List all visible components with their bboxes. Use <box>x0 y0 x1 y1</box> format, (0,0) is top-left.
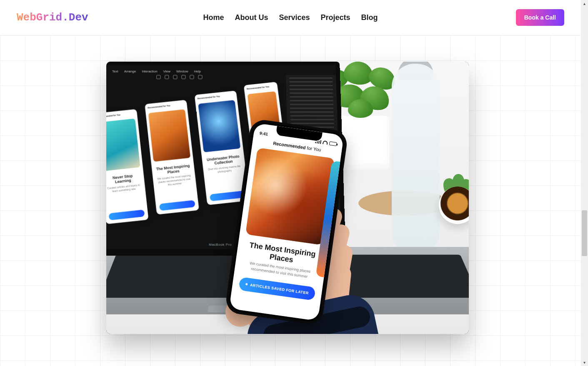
tool-icon <box>156 75 160 79</box>
artboard-subtitle: We curated the most inspiring places rec… <box>156 174 193 188</box>
primary-nav: Home About Us Services Projects Blog <box>203 13 378 22</box>
book-call-button[interactable]: Book a Call <box>516 9 564 26</box>
nav-blog[interactable]: Blog <box>361 13 378 22</box>
menu-interaction: Interaction <box>142 69 157 73</box>
menu-window: Window <box>176 69 188 73</box>
menu-text: Text <box>112 69 118 73</box>
phone-hero-photo <box>245 148 335 245</box>
artboard-title: The Most Inspiring Places <box>154 163 192 176</box>
menu-help: Help <box>194 69 201 73</box>
tool-icon <box>165 75 169 79</box>
artboard-title: Underwater Photo Collection <box>204 154 242 167</box>
nav-about[interactable]: About Us <box>235 13 268 22</box>
scroll-up-icon[interactable]: ▴ <box>581 0 588 7</box>
menu-arrange: Arrange <box>124 69 136 73</box>
tool-icon <box>198 75 202 79</box>
site-header: WebGrid.Dev Home About Us Services Proje… <box>0 0 581 35</box>
nav-services[interactable]: Services <box>279 13 310 22</box>
artboard-rec-label: Recommended for You <box>197 95 220 100</box>
artboard-rec-label: Recommended for You <box>246 85 269 90</box>
phone-card-button: articles saved for later <box>238 276 316 300</box>
nav-home[interactable]: Home <box>203 13 224 22</box>
brand-logo[interactable]: WebGrid.Dev <box>17 11 88 24</box>
artboard-subtitle: Dive into stunning marine life photograp… <box>206 164 243 175</box>
battery-icon <box>329 142 337 146</box>
artboard-rec-label: Recommended for You <box>148 104 170 109</box>
artboard-title: Never Stop Learning <box>106 173 142 185</box>
tool-icon <box>173 75 177 79</box>
scrollbar-thumb[interactable] <box>582 210 587 256</box>
menu-view: View <box>163 69 170 73</box>
wifi-icon <box>323 140 328 145</box>
design-app-menubar: Layer Text Arrange Interaction View Wind… <box>106 67 336 75</box>
scroll-down-icon[interactable]: ▾ <box>581 359 588 366</box>
artboard-subtitle: Curated articles and topics to learn som… <box>106 184 142 194</box>
phone-time: 9:41 <box>259 131 268 137</box>
tool-icon <box>190 75 194 79</box>
tool-icon <box>181 75 185 79</box>
nav-projects[interactable]: Projects <box>321 13 350 22</box>
hero-showcase-image: Layer Text Arrange Interaction View Wind… <box>106 62 469 334</box>
phone-card-button-label: articles saved for later <box>250 283 309 295</box>
scrollbar[interactable]: ▴ ▾ <box>581 0 588 366</box>
dot-icon <box>245 283 248 286</box>
artboard-rec-label: Recommended for You <box>106 113 120 118</box>
